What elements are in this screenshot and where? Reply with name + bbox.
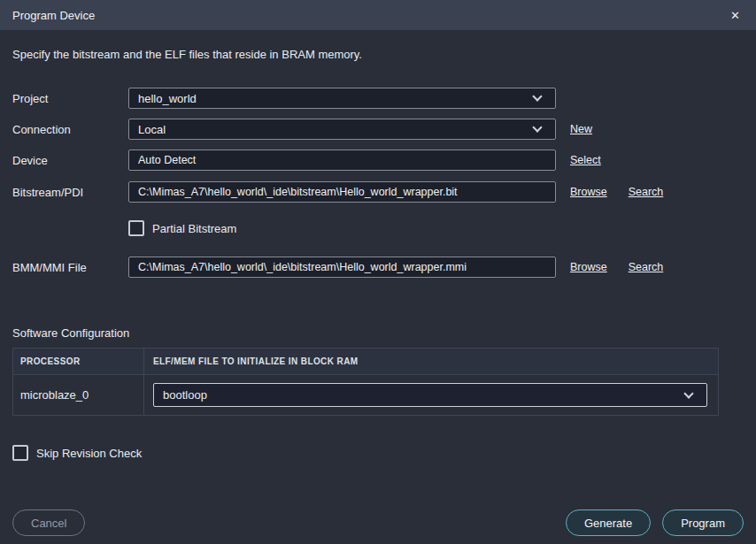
skip-revision-checkbox[interactable] — [12, 445, 28, 461]
partial-bitstream-row: Partial Bitstream — [128, 220, 744, 236]
close-icon[interactable]: ✕ — [730, 10, 740, 21]
bmm-label: BMM/MMI File — [12, 261, 128, 274]
bitstream-row: Bitstream/PDI Browse Search — [12, 181, 744, 203]
device-input[interactable] — [128, 149, 556, 171]
bitstream-browse-link[interactable]: Browse — [570, 186, 607, 198]
connection-select[interactable]: Local — [128, 119, 556, 140]
program-button[interactable]: Program — [662, 510, 744, 536]
bitstream-search-link[interactable]: Search — [629, 186, 664, 198]
project-label: Project — [12, 92, 128, 105]
elf-file-cell: bootloop — [144, 375, 719, 416]
bmm-browse-link[interactable]: Browse — [570, 261, 607, 273]
dialog-description: Specify the bitstream and the ELF files … — [12, 48, 744, 61]
connection-label: Connection — [12, 123, 128, 136]
device-label: Device — [12, 154, 128, 167]
processor-cell: microblaze_0 — [13, 375, 144, 416]
bmm-row: BMM/MMI File Browse Search — [12, 257, 744, 278]
chevron-down-icon — [683, 388, 693, 398]
skip-revision-row: Skip Revision Check — [12, 445, 744, 461]
elf-file-select[interactable]: bootloop — [153, 383, 707, 407]
table-row: microblaze_0 bootloop — [13, 375, 719, 416]
new-connection-link[interactable]: New — [570, 123, 592, 135]
bitstream-label: Bitstream/PDI — [12, 186, 128, 199]
dialog-body: Specify the bitstream and the ELF files … — [0, 30, 756, 544]
elf-file-column-header: ELF/MEM FILE TO INITIALIZE IN BLOCK RAM — [144, 349, 719, 375]
software-configuration-heading: Software Configuration — [12, 326, 744, 340]
bmm-path-input[interactable] — [128, 257, 556, 278]
partial-bitstream-label: Partial Bitstream — [152, 222, 236, 235]
connection-select-value: Local — [138, 123, 166, 136]
cancel-button[interactable]: Cancel — [12, 510, 85, 536]
dialog-titlebar: Program Device ✕ — [0, 0, 756, 30]
bitstream-path-input[interactable] — [128, 181, 556, 203]
program-device-dialog: Program Device ✕ Specify the bitstream a… — [0, 0, 756, 544]
generate-button[interactable]: Generate — [566, 510, 651, 536]
bmm-search-link[interactable]: Search — [629, 261, 664, 273]
chevron-down-icon — [532, 91, 542, 101]
project-select[interactable]: hello_world — [128, 88, 556, 109]
dialog-title: Program Device — [12, 9, 95, 22]
device-row: Device Select — [12, 149, 744, 171]
elf-file-select-value: bootloop — [163, 388, 207, 402]
processor-column-header: PROCESSOR — [13, 349, 144, 375]
chevron-down-icon — [532, 122, 542, 132]
partial-bitstream-checkbox[interactable] — [128, 220, 144, 236]
connection-row: Connection Local New — [12, 119, 744, 140]
project-select-value: hello_world — [138, 92, 197, 105]
software-configuration-table: PROCESSOR ELF/MEM FILE TO INITIALIZE IN … — [12, 348, 719, 416]
skip-revision-label: Skip Revision Check — [36, 447, 142, 460]
project-row: Project hello_world — [12, 88, 744, 109]
select-device-link[interactable]: Select — [570, 154, 601, 166]
table-header-row: PROCESSOR ELF/MEM FILE TO INITIALIZE IN … — [13, 349, 719, 375]
dialog-footer: Cancel Generate Program — [12, 510, 744, 536]
